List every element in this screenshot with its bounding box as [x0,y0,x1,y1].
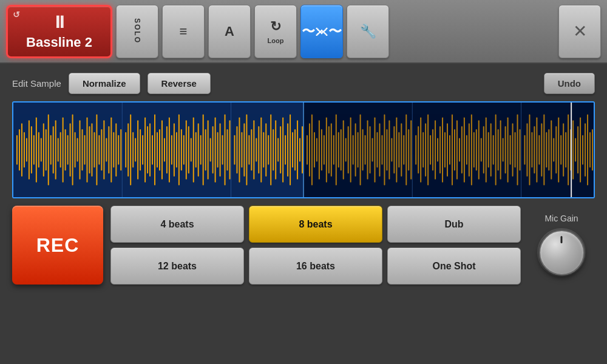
svg-rect-82 [200,135,202,165]
svg-rect-213 [526,123,527,177]
svg-rect-106 [260,117,262,182]
svg-rect-151 [372,138,373,162]
svg-rect-187 [461,126,463,174]
4beats-button[interactable]: 4 beats [110,206,244,243]
svg-rect-88 [215,117,216,182]
svg-rect-149 [367,120,368,180]
wave-button[interactable]: 〜⩙〜 [300,5,343,58]
waveform-display [13,103,594,197]
svg-rect-199 [490,123,492,177]
svg-rect-188 [464,117,465,182]
svg-rect-104 [256,138,257,162]
svg-rect-222 [548,129,549,170]
svg-rect-68 [166,126,168,174]
svg-rect-120 [294,129,296,170]
svg-rect-144 [355,123,356,177]
svg-rect-99 [243,123,245,177]
rec-button[interactable]: REC [12,206,103,285]
svg-rect-51 [125,132,126,168]
12beats-button[interactable]: 12 beats [110,248,244,285]
svg-rect-41 [98,135,100,165]
svg-rect-189 [466,135,467,165]
edit-sample-label: Edit Sample [12,78,61,89]
svg-rect-17 [41,138,42,162]
svg-rect-145 [358,132,359,168]
svg-rect-84 [205,129,206,170]
svg-rect-14 [33,135,35,165]
svg-rect-162 [398,132,399,168]
8beats-button[interactable]: 8 beats [249,206,382,243]
16beats-button[interactable]: 16 beats [249,248,382,285]
undo-button[interactable]: Undo [544,73,595,94]
svg-rect-174 [430,135,431,165]
svg-rect-37 [89,126,90,174]
svg-rect-102 [251,129,252,170]
waveform-container[interactable] [12,101,595,198]
svg-rect-63 [154,115,155,186]
svg-rect-122 [299,138,300,162]
svg-rect-147 [362,129,364,170]
close-button[interactable]: ✕ [558,5,601,58]
reverse-button[interactable]: Reverse [148,73,211,94]
svg-rect-56 [137,120,138,180]
loop-button[interactable]: ↻ Loop [254,5,297,58]
svg-rect-127 [314,132,315,168]
svg-rect-38 [91,123,92,177]
svg-rect-198 [488,132,489,168]
svg-rect-8 [19,129,20,170]
svg-rect-169 [418,126,419,174]
svg-rect-150 [370,126,371,174]
svg-rect-91 [222,135,223,165]
svg-rect-221 [546,132,547,168]
svg-rect-171 [422,132,424,168]
bassline-button[interactable]: ↺ ⏸ Bassline 2 [6,5,112,58]
svg-rect-163 [401,123,402,177]
normalize-button[interactable]: Normalize [69,73,140,94]
dub-button[interactable]: Dub [387,206,521,243]
svg-rect-114 [280,126,281,174]
beat-grid: 4 beats 8 beats Dub 12 beats 16 beats On… [110,206,521,285]
svg-rect-190 [469,123,470,177]
mic-gain-knob-container[interactable] [537,228,586,277]
svg-rect-74 [181,129,182,170]
svg-rect-159 [391,138,392,162]
svg-rect-229 [565,132,566,168]
svg-rect-32 [77,138,78,162]
solo-button[interactable]: SOLO [116,5,158,58]
svg-rect-146 [360,115,361,186]
svg-rect-54 [132,132,134,168]
oneshot-button[interactable]: One Shot [387,248,521,285]
svg-rect-113 [277,138,279,162]
wrench-button[interactable]: 🔧 [347,5,389,58]
svg-rect-125 [309,123,310,177]
bassline-label: Bassline 2 [26,35,92,50]
svg-rect-26 [63,117,64,182]
svg-rect-85 [208,120,209,180]
svg-rect-90 [220,123,221,177]
bottom-row: REC 4 beats 8 beats Dub 12 beats 16 beat… [12,206,595,285]
svg-rect-20 [48,115,49,186]
svg-rect-140 [345,138,347,162]
svg-rect-119 [292,132,293,168]
svg-rect-181 [447,123,448,177]
svg-rect-166 [408,129,409,170]
svg-rect-216 [534,126,535,174]
svg-rect-47 [113,132,114,168]
svg-rect-139 [343,120,344,180]
svg-rect-148 [365,135,366,165]
svg-rect-207 [510,135,511,165]
lines-button[interactable]: ≡ [162,5,205,58]
svg-rect-161 [396,117,397,182]
svg-rect-42 [101,129,102,170]
svg-rect-105 [258,126,259,174]
svg-rect-59 [144,117,146,182]
svg-rect-60 [147,126,148,174]
mic-gain-knob[interactable] [539,230,585,275]
svg-rect-64 [157,132,158,168]
svg-rect-215 [531,132,532,168]
svg-rect-116 [285,135,286,165]
svg-rect-78 [191,138,192,162]
a-button[interactable]: A [208,5,251,58]
svg-rect-80 [195,132,197,168]
a-label: A [225,24,234,39]
